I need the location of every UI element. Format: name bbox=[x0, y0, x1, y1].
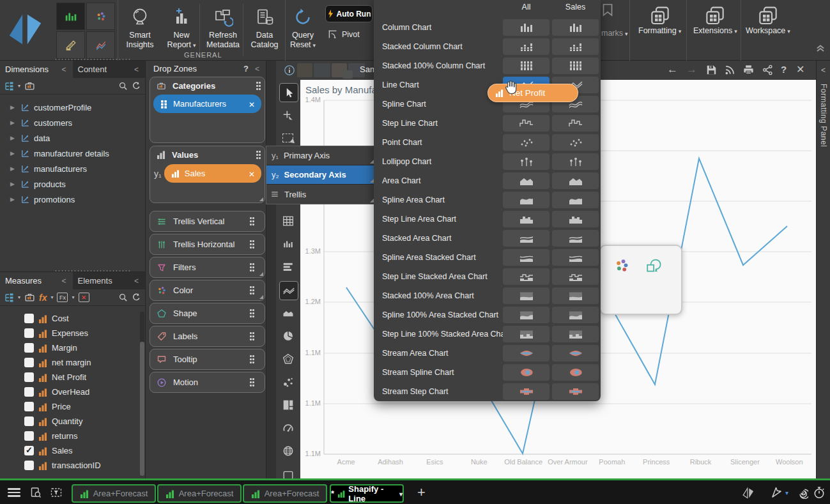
view-tab[interactable]: Area+Forecast bbox=[72, 484, 156, 503]
dimension-tree-item[interactable]: ▶ manufacturers bbox=[0, 161, 145, 176]
forward-button[interactable]: → bbox=[686, 63, 697, 76]
measure-checkbox[interactable] bbox=[24, 358, 34, 367]
chart-type-cell-sales[interactable] bbox=[552, 345, 599, 362]
tab-elements[interactable]: Elements < bbox=[73, 272, 146, 289]
panel-drag-grip[interactable] bbox=[54, 58, 131, 61]
view-mode-chart-button[interactable] bbox=[56, 3, 85, 30]
bar-chart-icon[interactable] bbox=[282, 261, 294, 273]
chart-type-cell-sales[interactable] bbox=[552, 19, 599, 36]
help-button[interactable]: ? bbox=[781, 64, 787, 75]
refresh-icon[interactable] bbox=[132, 293, 141, 302]
measure-checkbox[interactable] bbox=[24, 431, 34, 441]
values-drop-zone[interactable]: Values y₁ Sales bbox=[150, 146, 265, 203]
collapse-chevron-icon[interactable]: < bbox=[61, 277, 66, 286]
scatter-chart-icon[interactable] bbox=[282, 376, 294, 388]
recent-items-icon[interactable] bbox=[29, 486, 42, 499]
chart-type-cell-sales[interactable] bbox=[552, 230, 599, 247]
fx-caret-icon[interactable]: ▾ bbox=[50, 294, 53, 300]
chart-type-cell-all[interactable] bbox=[503, 134, 549, 151]
collapse-chevron-icon[interactable]: < bbox=[255, 65, 259, 73]
expand-arrow-icon[interactable]: ▶ bbox=[10, 196, 17, 202]
measure-item[interactable]: Expenses bbox=[0, 326, 145, 340]
view-mode-color-button[interactable] bbox=[86, 3, 115, 30]
chart-type-cell-all[interactable] bbox=[503, 326, 549, 342]
line-chart-type-button-selected[interactable] bbox=[279, 281, 298, 300]
pin-cursor-icon[interactable] bbox=[771, 487, 783, 499]
briefcase-icon[interactable] bbox=[24, 80, 35, 91]
remove-chip-icon[interactable] bbox=[249, 168, 255, 179]
drop-zone-menu-kebab[interactable] bbox=[248, 308, 253, 319]
save-icon[interactable] bbox=[705, 64, 718, 76]
notifications-caret-icon[interactable]: ▾ bbox=[785, 489, 788, 496]
measure-item[interactable]: Margin bbox=[0, 340, 145, 355]
expand-arrow-icon[interactable]: ▶ bbox=[10, 181, 17, 187]
drop-zone-menu-kebab[interactable] bbox=[248, 262, 253, 273]
panel-drag-grip[interactable] bbox=[54, 270, 131, 272]
expand-arrow-icon[interactable]: ▶ bbox=[10, 165, 17, 172]
drop-zone-row[interactable]: Shape bbox=[150, 303, 265, 324]
measure-item[interactable]: Quantity bbox=[0, 414, 145, 429]
measure-item[interactable]: net margin bbox=[0, 355, 145, 370]
query-reset-button[interactable]: Query Reset bbox=[280, 6, 326, 50]
tree-view-icon[interactable] bbox=[4, 81, 14, 91]
drop-zone-row[interactable]: Trellis Horizontal bbox=[150, 234, 265, 255]
measure-item[interactable]: Net Profit bbox=[0, 370, 145, 385]
area-chart-icon[interactable] bbox=[282, 307, 294, 319]
gauge-chart-icon[interactable] bbox=[282, 422, 294, 434]
dragged-net-profit-chip[interactable]: Net Profit bbox=[488, 84, 578, 102]
measure-checkbox[interactable] bbox=[24, 461, 34, 470]
formatting-panel-title[interactable]: Formatting Panel bbox=[819, 84, 828, 147]
chart-type-cell-all[interactable] bbox=[503, 307, 549, 323]
drop-zone-menu-kebab[interactable] bbox=[248, 331, 253, 342]
chart-type-cell-all[interactable] bbox=[503, 153, 549, 170]
dimension-tree-item[interactable]: ▶ data bbox=[0, 130, 145, 146]
manufacturers-chip[interactable]: Manufacturers bbox=[153, 95, 261, 113]
drop-zone-menu-kebab[interactable] bbox=[248, 377, 253, 388]
chart-type-cell-sales[interactable] bbox=[552, 211, 599, 227]
tree-view-caret-icon[interactable]: ▾ bbox=[18, 83, 20, 89]
pivot-button[interactable]: Pivot bbox=[327, 29, 360, 40]
categories-menu-kebab[interactable] bbox=[254, 80, 259, 91]
chart-type-cell-all[interactable] bbox=[503, 383, 549, 400]
refresh-metadata-button[interactable]: Refresh Metadata bbox=[200, 6, 246, 50]
chart-type-cell-sales[interactable] bbox=[552, 307, 599, 323]
measures-scrollbar-thumb[interactable] bbox=[140, 342, 144, 476]
drop-zone-menu-kebab[interactable] bbox=[248, 239, 253, 250]
extensions-menu-button[interactable]: Extensions bbox=[693, 6, 737, 35]
drop-zone-row[interactable]: Tooltip bbox=[150, 349, 265, 370]
chart-type-cell-sales[interactable] bbox=[552, 172, 599, 189]
chart-type-cell-all[interactable] bbox=[503, 172, 549, 189]
timer-icon[interactable] bbox=[813, 486, 826, 499]
expand-arrow-icon[interactable]: ▶ bbox=[10, 135, 17, 141]
new-tab-button[interactable]: + bbox=[417, 484, 426, 501]
values-menu-kebab[interactable] bbox=[254, 149, 259, 160]
categories-drop-zone[interactable]: Categories Manufacturers bbox=[150, 77, 265, 143]
refresh-icon[interactable] bbox=[132, 81, 141, 91]
close-view-icon[interactable]: ✕ bbox=[796, 63, 804, 75]
drop-zone-row[interactable]: Trellis Vertical bbox=[150, 211, 265, 232]
dimension-tree-item[interactable]: ▶ promotions bbox=[0, 192, 145, 207]
tab-content[interactable]: Content < bbox=[73, 61, 146, 78]
dundas-mark-icon[interactable] bbox=[742, 487, 755, 500]
chart-type-cell-sales[interactable] bbox=[552, 268, 599, 285]
collapse-chevron-icon[interactable]: < bbox=[134, 65, 139, 74]
formatting-menu-button[interactable]: Formatting bbox=[638, 6, 681, 35]
drop-zone-row[interactable]: Filters bbox=[150, 257, 265, 278]
chart-type-cell-all[interactable] bbox=[503, 364, 549, 381]
measure-checkbox[interactable] bbox=[24, 446, 34, 455]
print-icon[interactable] bbox=[742, 64, 755, 76]
treemap-chart-icon[interactable] bbox=[282, 399, 294, 411]
measure-item[interactable]: OverHead bbox=[0, 385, 145, 399]
main-menu-icon[interactable] bbox=[8, 488, 20, 497]
chart-type-cell-all[interactable] bbox=[503, 211, 549, 227]
active-view-tab[interactable]: * Shapify - Line bbox=[330, 484, 404, 503]
table-chart-icon[interactable] bbox=[282, 215, 294, 227]
window-filter-icon[interactable] bbox=[50, 486, 63, 499]
clear-selection-icon[interactable]: ✕ bbox=[79, 293, 89, 302]
measure-checkbox[interactable] bbox=[24, 372, 34, 382]
measure-item[interactable]: transactionID bbox=[0, 458, 145, 473]
pointer-tool-button[interactable] bbox=[279, 83, 298, 102]
chart-type-cell-sales[interactable] bbox=[552, 287, 599, 304]
chart-type-cell-all[interactable] bbox=[503, 345, 549, 362]
measure-checkbox[interactable] bbox=[24, 314, 34, 323]
